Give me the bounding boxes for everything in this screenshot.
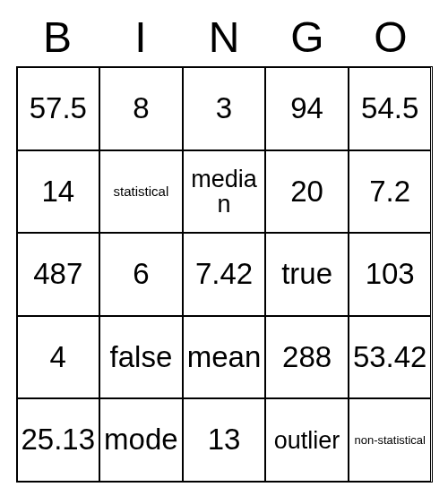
bingo-card: B I N G O 57.5839454.514statisticalmedia… bbox=[16, 16, 433, 483]
bingo-cell-value: mode bbox=[104, 424, 178, 456]
bingo-cell-value: 13 bbox=[208, 424, 241, 456]
header-i: I bbox=[99, 16, 183, 59]
header-n: N bbox=[183, 16, 266, 59]
bingo-cell[interactable]: 54.5 bbox=[349, 67, 432, 150]
header-b: B bbox=[16, 16, 99, 59]
bingo-grid: 57.5839454.514statisticalmedian207.24876… bbox=[16, 66, 433, 483]
bingo-cell[interactable]: mode bbox=[99, 398, 183, 482]
bingo-cell[interactable]: outlier bbox=[265, 398, 349, 482]
bingo-cell[interactable]: false bbox=[99, 316, 183, 399]
bingo-cell-value: 57.5 bbox=[30, 93, 87, 124]
bingo-cell[interactable]: true bbox=[265, 233, 349, 316]
header-o: O bbox=[349, 16, 433, 59]
bingo-cell-value: non-statistical bbox=[354, 434, 425, 447]
bingo-cell-value: 487 bbox=[33, 259, 82, 290]
bingo-cell[interactable]: 4 bbox=[17, 316, 100, 399]
bingo-cell[interactable]: 288 bbox=[265, 316, 349, 399]
bingo-cell-value: 8 bbox=[133, 93, 149, 124]
bingo-cell[interactable]: non-statistical bbox=[349, 398, 432, 482]
bingo-cell[interactable]: 3 bbox=[183, 67, 266, 150]
bingo-cell-value: 103 bbox=[366, 259, 415, 290]
bingo-cell-value: 14 bbox=[41, 176, 74, 208]
bingo-cell-value: 6 bbox=[133, 259, 149, 290]
bingo-cell[interactable]: 13 bbox=[183, 398, 266, 482]
bingo-cell[interactable]: median bbox=[183, 150, 266, 234]
bingo-cell[interactable]: 6 bbox=[99, 233, 183, 316]
bingo-cell-value: 7.2 bbox=[369, 176, 410, 208]
bingo-cell[interactable]: 53.42 bbox=[349, 316, 432, 399]
header-g: G bbox=[266, 16, 349, 59]
bingo-cell[interactable]: 14 bbox=[17, 150, 100, 234]
bingo-header-row: B I N G O bbox=[16, 16, 433, 59]
bingo-cell-value: median bbox=[185, 167, 263, 218]
bingo-cell-value: mean bbox=[187, 342, 262, 373]
bingo-cell-value: statistical bbox=[114, 184, 169, 199]
bingo-cell[interactable]: 20 bbox=[265, 150, 349, 234]
bingo-cell-value: 94 bbox=[290, 93, 323, 124]
bingo-cell-value: 20 bbox=[290, 176, 323, 208]
bingo-cell-value: 54.5 bbox=[361, 93, 418, 124]
bingo-cell-value: 53.42 bbox=[353, 342, 427, 373]
bingo-cell-value: 25.13 bbox=[22, 424, 96, 456]
bingo-cell[interactable]: 25.13 bbox=[17, 398, 100, 482]
bingo-cell[interactable]: 7.42 bbox=[183, 233, 266, 316]
bingo-cell[interactable]: 487 bbox=[17, 233, 100, 316]
bingo-cell-value: 288 bbox=[282, 342, 332, 373]
bingo-cell[interactable]: 7.2 bbox=[349, 150, 432, 234]
bingo-cell[interactable]: 103 bbox=[349, 233, 432, 316]
bingo-cell-value: outlier bbox=[274, 428, 340, 453]
bingo-cell-value: 4 bbox=[50, 342, 66, 373]
bingo-cell[interactable]: 94 bbox=[265, 67, 349, 150]
bingo-cell[interactable]: statistical bbox=[99, 150, 183, 234]
bingo-cell-value: 3 bbox=[216, 93, 232, 124]
bingo-cell-value: true bbox=[281, 259, 332, 290]
bingo-cell[interactable]: mean bbox=[183, 316, 266, 399]
bingo-cell[interactable]: 8 bbox=[99, 67, 183, 150]
bingo-cell-value: false bbox=[110, 342, 173, 373]
bingo-cell-value: 7.42 bbox=[195, 259, 253, 290]
bingo-cell[interactable]: 57.5 bbox=[17, 67, 100, 150]
